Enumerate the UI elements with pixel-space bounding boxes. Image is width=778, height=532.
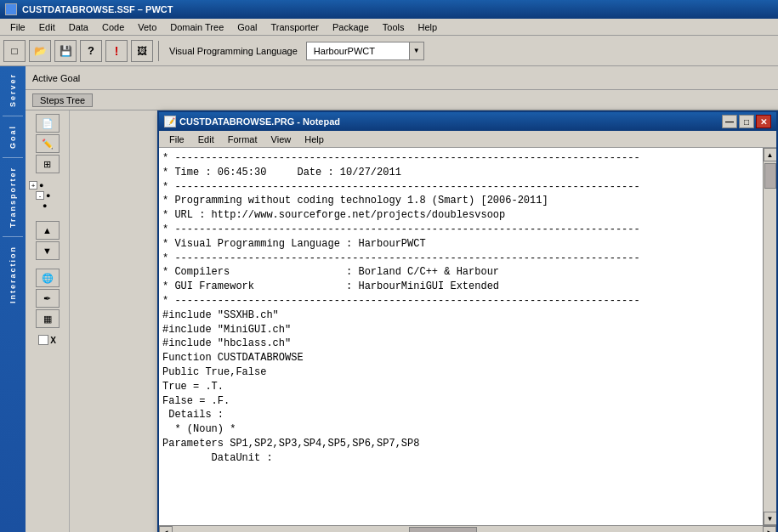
app-title: CUSTDATABROWSE.SSF – PWCT (22, 4, 173, 14)
scroll-down-arrow[interactable]: ▼ (764, 512, 777, 525)
expand-icon-1[interactable]: + (29, 181, 37, 190)
title-bar: CUSTDATABROWSE.SSF – PWCT (0, 0, 778, 19)
close-button[interactable]: ✕ (756, 115, 771, 128)
menu-goal[interactable]: Goal (230, 20, 264, 34)
pencil-icon: ✒ (43, 293, 51, 304)
tool-page-icon[interactable]: 📄 (36, 114, 60, 133)
content-body: 📄 ✏️ ⊞ + ● - (26, 110, 778, 532)
sidebar-divider-2 (3, 157, 23, 158)
arrow-down-icon: ▼ (43, 246, 52, 256)
new-button[interactable]: □ (3, 40, 26, 62)
scroll-up-arrow[interactable]: ▲ (764, 148, 777, 161)
steps-tree-tab-bar: Steps Tree (26, 90, 778, 110)
left-tools-panel: 📄 ✏️ ⊞ + ● - (26, 110, 70, 532)
menu-code[interactable]: Code (95, 20, 131, 34)
sidebar-server-label: Server (9, 66, 17, 114)
tool-grid-icon[interactable]: ⊞ (36, 155, 60, 173)
notepad-content: * --------------------------------------… (159, 148, 776, 525)
horizontal-scrollbar[interactable]: ◄ ► (159, 525, 776, 532)
scroll-right-arrow[interactable]: ► (763, 526, 776, 533)
notepad-menu-help[interactable]: Help (298, 133, 331, 146)
arrow-up-icon: ▲ (43, 225, 52, 235)
exclaim-button[interactable]: ! (105, 40, 128, 62)
menu-tools[interactable]: Tools (376, 20, 412, 34)
left-sidebar: Server Goal Transporter Interaction (0, 66, 26, 532)
vertical-scrollbar[interactable]: ▲ ▼ (763, 148, 776, 525)
node-icon-2: ● (46, 191, 50, 200)
sidebar-interaction-label: Interaction (9, 239, 17, 310)
save-button[interactable]: 💾 (54, 40, 77, 62)
notepad-menu: File Edit Format View Help (159, 131, 776, 148)
expand-icon-2[interactable]: - (36, 191, 44, 200)
notepad-menu-edit[interactable]: Edit (191, 133, 221, 146)
help-button[interactable]: ? (80, 40, 102, 62)
grid2-button[interactable]: ▦ (36, 309, 60, 328)
scroll-thumb-v[interactable] (764, 163, 776, 189)
main-area: Server Goal Transporter Interaction Acti… (0, 66, 778, 532)
globe-button[interactable]: 🌐 (36, 269, 60, 287)
image-icon: 🖼 (137, 45, 147, 57)
app-window: CUSTDATABROWSE.SSF – PWCT File Edit Data… (0, 0, 778, 532)
scroll-left-arrow[interactable]: ◄ (159, 526, 173, 533)
globe-icon: 🌐 (42, 273, 54, 284)
menu-domain-tree[interactable]: Domain Tree (163, 20, 230, 34)
menu-veto[interactable]: Veto (131, 20, 163, 34)
menu-edit[interactable]: Edit (32, 20, 62, 34)
page-icon: 📄 (42, 118, 54, 129)
notepad-menu-file[interactable]: File (162, 133, 191, 146)
maximize-button[interactable]: □ (739, 115, 754, 128)
nav-down-button[interactable]: ▼ (36, 241, 60, 260)
exclaim-icon: ! (115, 44, 119, 58)
menu-data[interactable]: Data (62, 20, 95, 34)
scroll-track-v[interactable] (764, 161, 776, 512)
steps-tree-tab[interactable]: Steps Tree (32, 93, 93, 107)
open-icon: 📂 (34, 45, 47, 57)
notepad-icon: 📝 (164, 116, 176, 127)
tree-nodes: + ● - ● ● (27, 178, 67, 212)
notepad-controls: — □ ✕ (722, 115, 771, 128)
toolbar-separator (158, 41, 159, 61)
node-icon-3: ● (43, 201, 47, 210)
vpl-label: Visual Programming Language (164, 46, 303, 56)
tree-node-2[interactable]: - ● (36, 190, 65, 201)
grid2-icon: ▦ (43, 314, 52, 325)
x-label: X (50, 336, 56, 345)
menu-bar: File Edit Data Code Veto Domain Tree Goa… (0, 19, 778, 36)
checkbox-icon[interactable] (38, 335, 48, 345)
inner-content: Active Goal Steps Tree 📄 ✏️ ⊞ (26, 66, 778, 532)
checkbox-x[interactable]: X (38, 335, 56, 345)
active-goal-bar: Active Goal (26, 66, 778, 90)
open-button[interactable]: 📂 (29, 40, 51, 62)
dropdown-arrow-icon[interactable]: ▼ (409, 42, 423, 59)
tree-node-3[interactable]: ● (43, 201, 65, 211)
nav-up-button[interactable]: ▲ (36, 221, 60, 240)
help-icon: ? (88, 44, 94, 57)
minimize-button[interactable]: — (722, 115, 737, 128)
notepad-window: 📝 CUSTDATABROWSE.PRG - Notepad — □ ✕ Fil… (157, 110, 778, 532)
notepad-title: CUSTDATABROWSE.PRG - Notepad (179, 116, 340, 127)
notepad-title-bar: 📝 CUSTDATABROWSE.PRG - Notepad — □ ✕ (159, 112, 776, 131)
scroll-track-h[interactable] (173, 526, 763, 532)
image-button[interactable]: 🖼 (131, 40, 153, 62)
notepad-menu-view[interactable]: View (264, 133, 298, 146)
notepad-menu-format[interactable]: Format (221, 133, 264, 146)
menu-file[interactable]: File (3, 20, 32, 34)
vpl-dropdown-value: HarbourPWCT (307, 44, 409, 58)
edit-icon: ✏️ (42, 139, 54, 150)
menu-transporter[interactable]: Transporter (264, 20, 326, 34)
menu-help[interactable]: Help (411, 20, 444, 34)
tool-edit-icon[interactable]: ✏️ (36, 134, 60, 153)
grid-icon: ⊞ (43, 159, 51, 170)
tree-node-1[interactable]: + ● (29, 180, 65, 190)
vpl-dropdown[interactable]: HarbourPWCT ▼ (306, 42, 424, 60)
notepad-text[interactable]: * --------------------------------------… (159, 148, 763, 525)
scroll-thumb-h[interactable] (409, 527, 477, 532)
sidebar-goal-label: Goal (9, 118, 17, 156)
menu-package[interactable]: Package (326, 20, 376, 34)
new-icon: □ (11, 45, 17, 57)
pencil-button[interactable]: ✒ (36, 289, 60, 308)
sidebar-divider-1 (3, 116, 23, 116)
save-icon: 💾 (60, 45, 72, 57)
app-icon (5, 3, 17, 15)
active-goal-label: Active Goal (32, 73, 80, 83)
